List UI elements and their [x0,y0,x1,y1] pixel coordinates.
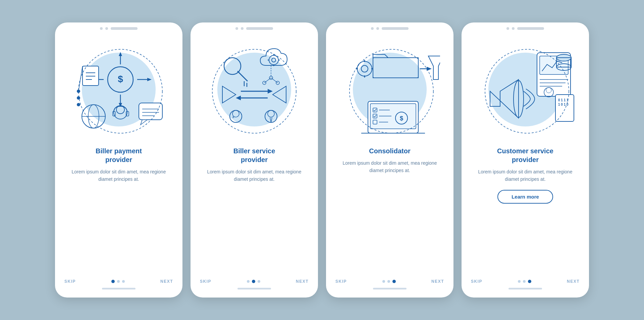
notch-dot [105,27,108,30]
phone-notch-2 [235,27,273,30]
card-desc-3: Lorem ipsum dolor sit dim amet, mea regi… [337,159,443,174]
nav-row-2: SKIP NEXT [200,279,309,284]
nav-area-1: SKIP NEXT [55,279,182,289]
card-customer-service: 0 1 1 1 1 0 1 0 Customer service provide… [462,22,589,298]
next-label-4[interactable]: NEXT [567,279,580,284]
svg-line-32 [237,71,248,81]
svg-point-45 [230,110,242,122]
next-label-3[interactable]: NEXT [431,279,444,284]
card-consolidator: $ Consolidator Lorem ipsum dolor sit dim… [326,22,453,298]
nav-area-2: SKIP NEXT [191,279,318,289]
dot [258,280,260,283]
svg-text:$: $ [400,115,403,122]
card-desc-4: Lorem ipsum dolor sit dim amet, mea regi… [472,168,578,183]
dot [382,280,385,283]
card-desc-2: Lorem ipsum dolor sit dim amet, mea regi… [201,168,307,183]
card-title-1: Biller payment provider [96,147,142,164]
svg-text:$: $ [118,74,123,84]
svg-rect-57 [373,58,418,78]
svg-marker-44 [236,96,241,100]
svg-point-36 [272,58,276,62]
svg-point-35 [269,55,278,65]
svg-point-28 [77,103,80,106]
consolidator-illustration: $ [339,39,440,140]
illustration-area-3: $ [326,33,453,147]
dot-active [392,280,396,283]
dots-3 [382,280,396,283]
svg-line-55 [264,78,271,83]
notch-dot [241,27,244,30]
phone-notch-4 [506,27,544,30]
dot-active [528,280,531,283]
nav-bar-2 [237,288,271,289]
nav-bar-3 [373,288,407,289]
dot [518,280,521,283]
skip-label-4[interactable]: SKIP [471,279,482,284]
notch-dot [371,27,374,30]
phone-notch-3 [371,27,409,30]
next-label-1[interactable]: NEXT [160,279,173,284]
nav-bar-1 [102,288,136,289]
svg-point-59 [361,65,368,72]
dots-1 [111,280,125,283]
text-area-3: Consolidator Lorem ipsum dolor sit dim a… [326,147,453,279]
skip-label-1[interactable]: SKIP [64,279,76,284]
next-label-2[interactable]: NEXT [296,279,309,284]
learn-more-button[interactable]: Learn more [497,190,553,204]
text-area-2: Biller service provider Lorem ipsum dolo… [191,147,318,279]
svg-marker-7 [119,52,122,56]
svg-marker-5 [147,78,152,81]
svg-point-48 [265,110,277,122]
dot [117,280,120,283]
svg-point-49 [268,110,274,117]
dot [247,280,250,283]
illustration-area-2 [191,33,318,147]
dot [523,280,526,283]
nav-row-1: SKIP NEXT [64,279,173,284]
skip-label-2[interactable]: SKIP [200,279,211,284]
svg-point-58 [357,61,372,76]
notch-bar [517,27,544,30]
notch-bar [382,27,409,30]
nav-area-3: SKIP NEXT [326,279,453,289]
notch-dot [100,27,103,30]
svg-line-54 [271,78,278,83]
card-title-3: Consolidator [369,147,410,155]
biller-service-illustration [204,39,305,140]
dot-active [252,280,255,283]
notch-dot [506,27,509,30]
notch-bar [111,27,138,30]
dot [122,280,125,283]
illustration-area-1: $ [55,33,182,147]
text-area-1: Biller payment provider Lorem ipsum dolo… [55,147,182,279]
svg-text:0 1 1 1: 0 1 1 1 [558,98,569,102]
skip-label-3[interactable]: SKIP [335,279,347,284]
dot [387,280,390,283]
card-title-2: Biller service provider [233,147,275,164]
card-biller-payment: $ [55,22,182,298]
notch-dot [512,27,515,30]
svg-point-27 [77,96,80,100]
nav-area-4: SKIP NEXT [462,279,589,289]
illustration-area-4: 0 1 1 1 1 0 1 0 [462,33,589,147]
card-desc-1: Lorem ipsum dolor sit dim amet, mea regi… [66,168,172,183]
dots-4 [518,280,531,283]
notch-dot [376,27,379,30]
dot-active [111,280,115,283]
notch-bar [246,27,273,30]
nav-row-4: SKIP NEXT [471,279,580,284]
nav-row-3: SKIP NEXT [335,279,444,284]
notch-dot [235,27,238,30]
svg-point-46 [232,110,239,117]
nav-bar-4 [508,288,542,289]
text-area-4: Customer service provider Lorem ipsum do… [462,147,589,279]
card-title-4: Customer service provider [497,147,553,164]
biller-payment-illustration: $ [68,39,169,140]
customer-service-illustration: 0 1 1 1 1 0 1 0 [475,39,576,140]
svg-rect-21 [139,103,162,120]
svg-marker-42 [268,89,273,94]
phone-notch-1 [100,27,138,30]
dots-2 [247,280,260,283]
main-container: $ [42,9,602,311]
svg-rect-47 [232,116,234,118]
